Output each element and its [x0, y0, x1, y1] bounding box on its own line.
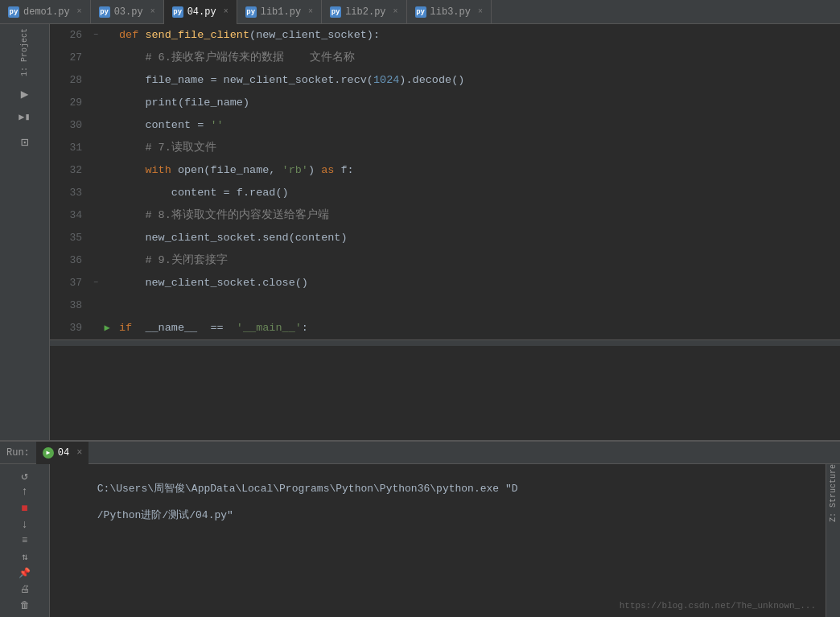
tab-04[interactable]: py 04.py ×: [164, 0, 237, 24]
run-tab-close[interactable]: ×: [76, 447, 82, 459]
table-row: 36 # 9.关闭套接字: [50, 249, 840, 272]
z-structure-label[interactable]: Z: Structure: [829, 464, 838, 526]
table-row: 33 content = f.read(): [50, 182, 840, 204]
code-content-34: # 8.将读取文件的内容发送给客户端: [113, 204, 840, 227]
fold-29: [90, 92, 101, 114]
fold-36: [90, 249, 101, 272]
code-content-31: # 7.读取文件: [113, 137, 840, 159]
tab-demo1[interactable]: py demo1.py ×: [0, 0, 91, 24]
run-output: C:\Users\周智俊\AppData\Local\Programs\Pyth…: [50, 464, 826, 617]
toolbar-sort-btn[interactable]: ⇅: [10, 549, 39, 564]
code-content-38: [113, 294, 840, 317]
csdn-watermark: https://blog.csdn.net/The_unknown_...: [620, 601, 816, 611]
run-36: [101, 249, 113, 272]
fold-32: [90, 159, 101, 182]
run-28: [101, 69, 113, 92]
run-34: [101, 204, 113, 227]
run-39[interactable]: ▶: [101, 317, 113, 339]
code-content-37: new_client_socket.close(): [113, 272, 840, 294]
code-content-39: if __name__ == '__main__':: [113, 317, 840, 339]
fold-28: [90, 69, 101, 92]
code-content-35: new_client_socket.send(content): [113, 227, 840, 249]
fold-37[interactable]: −: [90, 272, 101, 294]
line-number-35: 35: [50, 227, 90, 249]
bottom-content: ↺ ↑ ■ ↓ ≡ ⇅ 📌 🖨 🗑 C:\Users\周智俊\AppData\L…: [0, 464, 840, 617]
table-row: 29 print(file_name): [50, 92, 840, 114]
tab-icon-demo1: py: [8, 6, 19, 18]
left-sidebar: 1: Project ▶ ▶▮ ⊡: [0, 24, 50, 440]
main-area: 1: Project ▶ ▶▮ ⊡ 26 − def send_file_cli…: [0, 24, 840, 440]
table-row: 35 new_client_socket.send(content): [50, 227, 840, 249]
code-content-30: content = '': [113, 114, 840, 137]
run-32: [101, 159, 113, 182]
table-row: 27 # 6.接收客户端传来的数据 文件名称: [50, 47, 840, 69]
tab-label-lib3: lib3.py: [430, 6, 471, 18]
tab-icon-04: py: [172, 6, 183, 18]
table-row: 28 file_name = new_client_socket.recv(10…: [50, 69, 840, 92]
run-label: Run:: [6, 447, 30, 459]
tab-close-03[interactable]: ×: [150, 7, 155, 16]
tab-lib3[interactable]: py lib3.py ×: [407, 0, 492, 24]
tab-close-demo1[interactable]: ×: [77, 7, 82, 16]
bottom-left-toolbar: ↺ ↑ ■ ↓ ≡ ⇅ 📌 🖨 🗑: [0, 464, 50, 617]
tab-label-03: 03.py: [114, 6, 143, 18]
bottom-tab-04[interactable]: ▶ 04 ×: [36, 442, 89, 464]
output-line2: /Python进阶/测试/04.py": [97, 509, 233, 521]
toolbar-delete-btn[interactable]: 🗑: [10, 598, 39, 613]
fold-33: [90, 182, 101, 204]
run-26: [101, 24, 113, 47]
tab-03[interactable]: py 03.py ×: [91, 0, 164, 24]
line-number-30: 30: [50, 114, 90, 137]
line-number-34: 34: [50, 204, 90, 227]
line-number-39: 39: [50, 317, 90, 339]
line-number-38: 38: [50, 294, 90, 317]
line-number-36: 36: [50, 249, 90, 272]
run-27: [101, 47, 113, 69]
sidebar-collapse-btn[interactable]: ⊡: [10, 131, 39, 154]
toolbar-rerun-btn[interactable]: ↺: [10, 468, 39, 483]
tab-icon-03: py: [99, 6, 110, 18]
code-content-29: print(file_name): [113, 92, 840, 114]
tab-icon-lib3: py: [415, 6, 426, 18]
fold-26[interactable]: −: [90, 24, 101, 47]
fold-31: [90, 137, 101, 159]
tab-close-lib2[interactable]: ×: [393, 7, 398, 16]
fold-35: [90, 227, 101, 249]
sidebar-debug-btn[interactable]: ▶▮: [10, 105, 39, 128]
sidebar-play-btn[interactable]: ▶: [10, 83, 39, 105]
run-29: [101, 92, 113, 114]
run-37: [101, 272, 113, 294]
table-row: 31 # 7.读取文件: [50, 137, 840, 159]
horizontal-scrollbar[interactable]: [50, 339, 840, 346]
toolbar-down-btn[interactable]: ↓: [10, 517, 39, 532]
tab-lib2[interactable]: py lib2.py ×: [322, 0, 406, 24]
bottom-right-sidebar: Z: Structure: [826, 464, 840, 617]
tab-bar: py demo1.py × py 03.py × py 04.py × py l…: [0, 0, 840, 24]
table-row: 32 with open(file_name, 'rb') as f:: [50, 159, 840, 182]
line-number-37: 37: [50, 272, 90, 294]
table-row: 26 − def send_file_client(new_client_soc…: [50, 24, 840, 47]
run-tab-label: 04: [58, 447, 69, 459]
fold-30: [90, 114, 101, 137]
toolbar-up-btn[interactable]: ↑: [10, 484, 39, 499]
tab-close-lib1[interactable]: ×: [308, 7, 313, 16]
line-number-32: 32: [50, 159, 90, 182]
tab-close-lib3[interactable]: ×: [478, 7, 483, 16]
table-row: 37 − new_client_socket.close(): [50, 272, 840, 294]
toolbar-stop-btn[interactable]: ■: [10, 500, 39, 515]
code-container: 26 − def send_file_client(new_client_soc…: [50, 24, 840, 339]
editor-area[interactable]: 26 − def send_file_client(new_client_soc…: [50, 24, 840, 440]
code-content-26: def send_file_client(new_client_socket):: [113, 24, 840, 47]
run-35: [101, 227, 113, 249]
code-content-28: file_name = new_client_socket.recv(1024)…: [113, 69, 840, 92]
code-content-36: # 9.关闭套接字: [113, 249, 840, 272]
toolbar-wrap-btn[interactable]: ≡: [10, 533, 39, 548]
table-row: 39 ▶ if __name__ == '__main__':: [50, 317, 840, 339]
bottom-panel: Run: ▶ 04 × ↺ ↑ ■ ↓ ≡ ⇅ 📌 🖨 🗑 C:\Users\周…: [0, 440, 840, 617]
tab-lib1[interactable]: py lib1.py ×: [237, 0, 322, 24]
project-label: 1: Project: [20, 28, 29, 76]
toolbar-pin-btn[interactable]: 📌: [10, 566, 39, 580]
table-row: 30 content = '': [50, 114, 840, 137]
tab-close-04[interactable]: ×: [224, 7, 229, 16]
toolbar-print-btn[interactable]: 🖨: [10, 582, 39, 597]
